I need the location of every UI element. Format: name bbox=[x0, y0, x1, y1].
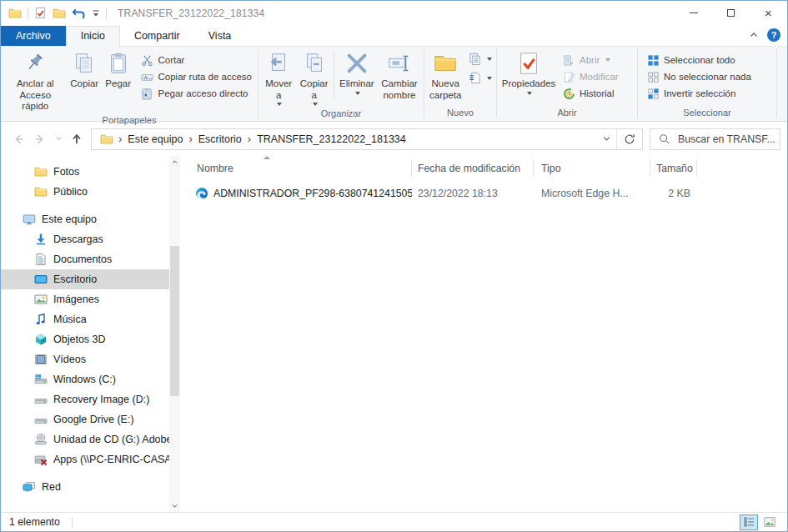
large-icons-view-button[interactable] bbox=[760, 514, 779, 530]
group-organize: Mover a Copiar a Eliminar Cambiar nombre… bbox=[258, 47, 424, 121]
details-view-button[interactable] bbox=[740, 514, 758, 530]
invert-selection-icon bbox=[647, 88, 660, 100]
documents-icon bbox=[34, 253, 48, 266]
sidebar-item-recovery-d[interactable]: Recovery Image (D:) bbox=[1, 389, 169, 409]
paste-button[interactable]: Pegar bbox=[102, 49, 135, 101]
sidebar-item-publico[interactable]: Público bbox=[1, 182, 169, 202]
column-header-nombre[interactable]: Nombre bbox=[180, 159, 412, 177]
move-to-icon bbox=[266, 51, 291, 76]
select-all-button[interactable]: Seleccionar todo bbox=[644, 52, 755, 68]
disconnected-network-drive-icon bbox=[34, 453, 48, 466]
move-to-button[interactable]: Mover a bbox=[261, 49, 296, 108]
search-icon bbox=[659, 133, 670, 145]
sidebar-item-fotos[interactable]: Fotos bbox=[1, 162, 169, 182]
copy-icon bbox=[72, 51, 97, 76]
close-button[interactable]: × bbox=[750, 1, 787, 25]
qat-customize-dropdown[interactable] bbox=[92, 9, 100, 18]
network-icon bbox=[23, 480, 36, 494]
navigation-pane: Fotos Público Este equipo Descargas Docu… bbox=[1, 156, 169, 512]
tab-archivo[interactable]: Archivo bbox=[1, 26, 66, 46]
forward-button[interactable] bbox=[29, 128, 51, 150]
sidebar-item-musica[interactable]: Música bbox=[1, 309, 169, 329]
copy-button[interactable]: Copiar bbox=[68, 49, 102, 101]
delete-button[interactable]: Eliminar bbox=[336, 49, 378, 101]
qat-undo-button[interactable] bbox=[72, 7, 86, 19]
pin-to-quick-access-button[interactable]: Anclar al Acceso rápido bbox=[3, 49, 68, 114]
open-icon bbox=[563, 54, 575, 67]
cut-button[interactable]: Cortar bbox=[138, 52, 255, 68]
sidebar-item-objetos-3d[interactable]: Objetos 3D bbox=[1, 329, 169, 349]
column-header-tamano[interactable]: Tamaño bbox=[650, 159, 697, 177]
column-header-fecha[interactable]: Fecha de modificación bbox=[412, 159, 534, 177]
easy-access-button[interactable] bbox=[467, 72, 494, 84]
copy-to-button[interactable]: Copiar a bbox=[296, 49, 331, 108]
music-icon bbox=[34, 313, 48, 326]
back-button[interactable] bbox=[8, 128, 29, 150]
scrollbar-thumb[interactable] bbox=[170, 246, 179, 396]
select-none-button[interactable]: No seleccionar nada bbox=[644, 68, 755, 85]
address-dropdown-button[interactable] bbox=[596, 129, 616, 149]
group-label-open: Abrir bbox=[497, 107, 637, 121]
sidebar-item-este-equipo[interactable]: Este equipo bbox=[1, 209, 169, 229]
sidebar-item-escritorio[interactable]: Escritorio bbox=[1, 269, 169, 289]
group-label-new: Nuevo bbox=[424, 107, 496, 121]
breadcrumb-item[interactable]: Este equipo bbox=[123, 133, 188, 145]
scroll-up-arrow[interactable] bbox=[169, 156, 180, 168]
minimize-button[interactable] bbox=[675, 1, 712, 25]
file-list: Nombre Fecha de modificación Tipo Tamaño… bbox=[180, 156, 787, 512]
recent-locations-button[interactable] bbox=[51, 128, 66, 150]
tab-vista[interactable]: Vista bbox=[194, 27, 246, 46]
address-bar[interactable]: › Este equipo › Escritorio › TRANSFER_23… bbox=[91, 128, 643, 150]
search-box[interactable]: Buscar en TRANSF... bbox=[650, 128, 780, 150]
sidebar-item-descargas[interactable]: Descargas bbox=[1, 229, 169, 249]
tab-compartir[interactable]: Compartir bbox=[120, 27, 194, 46]
qat-new-folder-button[interactable] bbox=[53, 7, 66, 20]
sidebar-item-videos[interactable]: Vídeos bbox=[1, 349, 169, 369]
file-row[interactable]: ADMINISTRADOR_PF298-6380741241505... 23/… bbox=[180, 184, 787, 203]
refresh-button[interactable] bbox=[617, 129, 642, 149]
scroll-down-arrow[interactable] bbox=[169, 499, 180, 512]
history-button[interactable]: Historial bbox=[560, 85, 622, 102]
new-folder-button[interactable]: Nueva carpeta bbox=[427, 49, 464, 103]
group-select: Seleccionar todo No seleccionar nada Inv… bbox=[638, 47, 776, 121]
help-button[interactable]: ? bbox=[767, 28, 780, 42]
maximize-button[interactable] bbox=[712, 1, 750, 25]
breadcrumb-item[interactable]: Escritorio bbox=[193, 133, 247, 145]
properties-button[interactable]: Propiedades bbox=[499, 49, 558, 101]
sidebar-item-imagenes[interactable]: Imágenes bbox=[1, 289, 169, 309]
file-size: 2 KB bbox=[650, 188, 697, 199]
copy-path-button[interactable]: Copiar ruta de acceso bbox=[138, 68, 255, 85]
invert-selection-button[interactable]: Invertir selección bbox=[644, 85, 755, 102]
collapse-ribbon-button[interactable] bbox=[749, 30, 759, 40]
group-label-select: Seleccionar bbox=[638, 107, 776, 121]
sidebar-item-cd-g[interactable]: Unidad de CD (G:) Adobe CS bbox=[1, 429, 169, 449]
folder-icon bbox=[34, 185, 48, 198]
sidebar-item-documentos[interactable]: Documentos bbox=[1, 249, 169, 269]
quick-access-toolbar: TRANSFER_23122022_181334 bbox=[1, 7, 264, 20]
new-item-button[interactable] bbox=[467, 53, 494, 65]
qat-properties-button[interactable] bbox=[34, 7, 47, 19]
open-button[interactable]: Abrir bbox=[560, 52, 622, 68]
up-button[interactable] bbox=[66, 128, 88, 150]
folder-icon bbox=[34, 165, 48, 178]
breadcrumb-item[interactable]: TRANSFER_23122022_181334 bbox=[252, 133, 411, 145]
tab-inicio[interactable]: Inicio bbox=[66, 26, 120, 47]
copy-to-icon bbox=[302, 51, 327, 76]
sidebar-item-google-drive-e[interactable]: Google Drive (E:) bbox=[1, 409, 169, 429]
sidebar-item-windows-c[interactable]: Windows (C:) bbox=[1, 369, 169, 389]
edit-button[interactable]: Modificar bbox=[560, 68, 622, 85]
sort-ascending-icon bbox=[264, 156, 270, 159]
minimize-icon bbox=[690, 13, 698, 13]
file-type: Microsoft Edge H... bbox=[534, 188, 650, 199]
sidebar-item-red[interactable]: Red bbox=[1, 477, 169, 497]
cd-drive-icon bbox=[34, 433, 48, 446]
sidebar-item-apps-network[interactable]: Apps (\\PC-ENRIC-CASA) (P bbox=[1, 449, 169, 469]
edge-file-icon bbox=[195, 187, 208, 200]
column-header-tipo[interactable]: Tipo bbox=[534, 159, 650, 177]
location-folder-icon bbox=[97, 133, 118, 146]
rename-button[interactable]: Cambiar nombre bbox=[378, 49, 421, 103]
close-icon: × bbox=[765, 7, 772, 19]
sidebar-scrollbar[interactable] bbox=[169, 156, 180, 512]
paste-shortcut-button[interactable]: Pegar acceso directo bbox=[138, 85, 255, 102]
delete-icon bbox=[344, 51, 369, 76]
